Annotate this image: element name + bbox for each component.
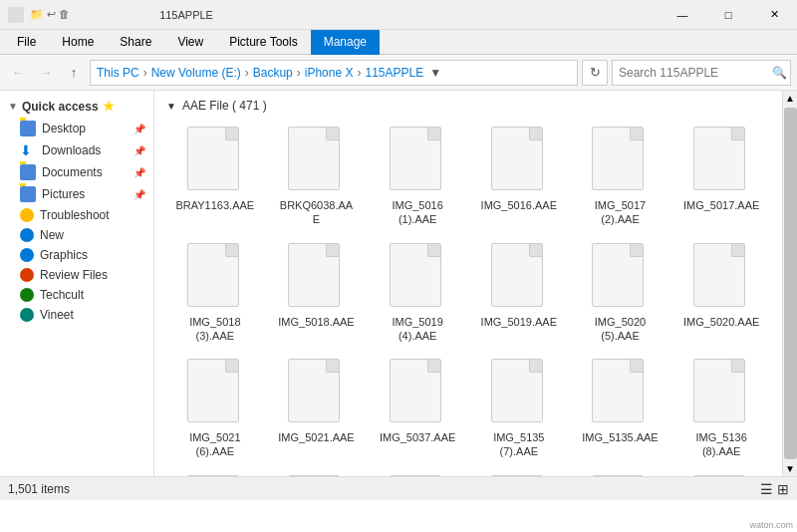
file-icon [592,243,648,311]
file-item[interactable]: IMG_5135.AAE [572,353,669,465]
sidebar-item-troubleshoot[interactable]: Troubleshoot [0,205,153,225]
close-button[interactable]: ✕ [751,0,797,30]
tab-share[interactable]: Share [107,30,164,55]
file-item[interactable]: IMG_5020.AAE [672,237,770,350]
scroll-down-arrow[interactable]: ▼ [783,461,797,476]
file-label: BRKQ6038.AAE [276,198,356,227]
tab-view[interactable]: View [164,30,216,55]
quick-access-label: Quick access [22,100,99,114]
file-item[interactable] [268,469,366,476]
tab-manage[interactable]: Manage [311,30,380,55]
breadcrumb-dropdown-arrow[interactable]: ▼ [429,66,441,80]
file-item[interactable]: IMG_5037.AAE [369,353,466,465]
group-label: AAE File ( 471 ) [182,99,267,113]
file-icon [390,475,445,476]
sidebar-item-review[interactable]: Review Files [0,265,153,285]
search-input[interactable] [619,66,768,80]
sidebar-item-review-label: Review Files [40,268,108,282]
maximize-button[interactable]: □ [705,0,751,30]
breadcrumb[interactable]: This PC › New Volume (E:) › Backup › iPh… [90,60,578,86]
file-item[interactable]: IMG_5018 (3).AAE [166,237,264,350]
pin-icon-desktop: 📌 [133,124,145,134]
sidebar-item-desktop[interactable]: Desktop 📌 [0,118,153,139]
forward-button[interactable]: → [34,61,58,85]
file-item[interactable]: BRAY1163.AAE [166,121,264,233]
desktop-icon [20,121,36,136]
sidebar-item-documents-label: Documents [42,165,103,179]
file-label: IMG_5135.AAE [582,430,658,444]
search-icon: 🔍 [772,66,787,80]
sidebar-item-new-label: New [40,228,64,242]
tab-home[interactable]: Home [49,30,107,55]
file-item[interactable]: IMG_5017.AAE [672,121,770,233]
file-item[interactable]: IMG_5020 (5).AAE [572,237,669,350]
file-icon [491,359,547,426]
up-button[interactable]: ↑ [62,61,86,85]
file-item[interactable] [166,469,264,476]
search-box[interactable]: 🔍 [612,60,791,86]
file-item[interactable]: IMG_5019.AAE [470,237,568,350]
file-icon [288,127,344,194]
file-icon [592,127,648,194]
file-label: IMG_5021.AAE [278,430,354,444]
file-item[interactable] [672,469,770,476]
file-item[interactable] [470,469,568,476]
quick-access-btns: 📁 ↩ 🗑 [30,8,70,21]
ribbon: File Home Share View Picture Tools Manag… [0,30,797,55]
file-item[interactable] [369,469,466,476]
sidebar-item-troubleshoot-label: Troubleshoot [40,208,110,222]
file-icon [187,475,243,476]
file-item[interactable]: IMG_5021.AAE [268,353,366,465]
view-icon-grid[interactable]: ⊞ [777,481,789,497]
sidebar-item-pictures[interactable]: Pictures 📌 [0,183,153,205]
file-item[interactable]: IMG_5136 (8).AAE [672,353,770,465]
tab-picture-tools[interactable]: Picture Tools [216,30,310,55]
file-item[interactable] [572,469,669,476]
breadcrumb-iphone-x[interactable]: iPhone X [305,66,354,80]
status-right: ☰ ⊞ [760,481,789,497]
scroll-up-arrow[interactable]: ▲ [783,91,797,106]
sidebar-item-vineet[interactable]: Vineet [0,305,153,325]
sidebar-item-techcult[interactable]: Techcult [0,285,153,305]
new-icon [20,228,34,242]
view-icon-list[interactable]: ☰ [760,481,773,497]
file-icon [390,359,445,426]
sidebar-item-documents[interactable]: Documents 📌 [0,161,153,183]
file-icon [693,127,749,194]
file-item[interactable]: IMG_5021 (6).AAE [166,353,264,465]
breadcrumb-this-pc[interactable]: This PC [97,66,139,80]
file-item[interactable]: IMG_5017 (2).AAE [572,121,669,233]
file-label: IMG_5037.AAE [380,430,455,444]
back-button[interactable]: ← [6,61,30,85]
breadcrumb-115apple[interactable]: 115APPLE [365,66,423,80]
file-label: IMG_5018.AAE [278,315,354,329]
star-icon: ★ [103,99,115,114]
file-label: IMG_5017 (2).AAE [580,198,660,227]
pin-icon-downloads: 📌 [133,145,145,156]
scroll-thumb[interactable] [784,108,797,459]
breadcrumb-backup[interactable]: Backup [253,66,293,80]
file-item[interactable]: IMG_5016 (1).AAE [369,121,466,233]
title-bar-left: 📁 ↩ 🗑 115APPLE [0,7,213,23]
file-item[interactable]: IMG_5135 (7).AAE [470,353,568,465]
group-collapse-arrow[interactable]: ▼ [166,101,176,112]
documents-icon [20,164,36,180]
file-label: IMG_5136 (8).AAE [681,430,761,459]
refresh-button[interactable]: ↻ [582,60,608,86]
tab-file[interactable]: File [4,30,49,55]
sidebar-item-new[interactable]: New [0,225,153,245]
file-item[interactable]: IMG_5018.AAE [268,237,366,350]
file-item[interactable]: IMG_5019 (4).AAE [369,237,466,350]
downloads-icon: ⬇ [20,142,36,158]
sidebar-item-downloads[interactable]: ⬇ Downloads 📌 [0,139,153,161]
minimize-button[interactable]: — [660,0,705,30]
file-label: BRAY1163.AAE [175,198,254,212]
breadcrumb-new-volume[interactable]: New Volume (E:) [151,66,241,80]
right-scrollbar[interactable]: ▲ ▼ [782,91,797,476]
file-item[interactable]: IMG_5016.AAE [470,121,568,233]
file-item[interactable]: BRKQ6038.AAE [268,121,366,233]
troubleshoot-icon [20,208,34,222]
quick-access-header[interactable]: ▼ Quick access ★ [0,95,153,118]
sidebar-item-graphics[interactable]: Graphics [0,245,153,265]
sidebar-item-pictures-label: Pictures [42,187,85,201]
